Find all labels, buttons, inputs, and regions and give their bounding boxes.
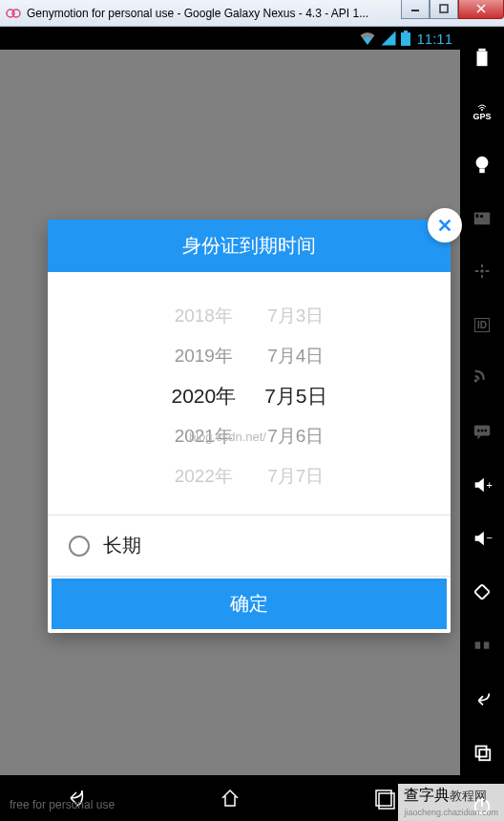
svg-rect-3 xyxy=(440,5,448,12)
close-icon xyxy=(436,217,453,234)
svg-point-15 xyxy=(476,157,489,169)
home-button[interactable] xyxy=(217,785,243,811)
svg-text:−: − xyxy=(487,532,493,543)
gps-sidebar-icon[interactable]: GPS xyxy=(471,99,494,122)
wheel-item: 7月4日 xyxy=(267,344,324,368)
app-content: 身份证到期时间 2018年 2019年 2020年 2021年 2022年 7月… xyxy=(0,50,460,775)
confirm-button[interactable]: 确定 xyxy=(52,579,447,629)
wheel-item: 7月7日 xyxy=(267,464,324,489)
divider xyxy=(48,576,451,577)
svg-point-25 xyxy=(484,430,487,432)
svg-point-24 xyxy=(481,430,484,432)
pixel-sidebar-icon[interactable] xyxy=(471,634,494,657)
wheel-item-selected: 7月5日 xyxy=(264,384,326,409)
window-controls xyxy=(401,0,504,19)
modal-title: 身份证到期时间 xyxy=(48,220,451,272)
svg-point-21 xyxy=(474,379,478,383)
android-status-bar: 11:11 xyxy=(0,27,460,50)
signal-icon xyxy=(380,30,397,47)
wheel-item: 2022年 xyxy=(175,464,233,489)
capture-sidebar-icon[interactable] xyxy=(471,206,494,229)
volume-up-icon[interactable]: + xyxy=(471,474,494,496)
svg-point-1 xyxy=(12,10,20,17)
rotate-sidebar-icon[interactable] xyxy=(471,580,494,603)
sms-sidebar-icon[interactable] xyxy=(471,420,494,443)
close-modal-button[interactable] xyxy=(428,208,462,242)
permanent-label: 长期 xyxy=(103,533,141,558)
wheel-item: 2019年 xyxy=(175,344,233,368)
date-picker-wheels: 2018年 2019年 2020年 2021年 2022年 7月3日 7月4日 … xyxy=(48,301,451,492)
status-time: 11:11 xyxy=(416,31,452,47)
battery-sidebar-icon[interactable] xyxy=(471,46,494,69)
svg-point-14 xyxy=(481,109,483,111)
window-titlebar: Genymotion for personal use - Google Gal… xyxy=(0,0,504,27)
svg-rect-19 xyxy=(480,215,483,218)
recent-apps-button[interactable] xyxy=(370,785,397,811)
svg-rect-13 xyxy=(477,52,488,67)
close-window-button[interactable] xyxy=(458,0,504,19)
svg-rect-7 xyxy=(401,32,410,46)
wheel-item: 2018年 xyxy=(175,304,233,328)
remote-sidebar-icon[interactable] xyxy=(471,260,494,283)
year-wheel[interactable]: 2018年 2019年 2020年 2021年 2022年 xyxy=(171,301,236,492)
permanent-option-row[interactable]: 长期 xyxy=(48,516,451,576)
free-text-watermark: free for personal use xyxy=(10,798,115,811)
battery-icon xyxy=(401,31,410,46)
back-sidebar-icon[interactable] xyxy=(471,687,494,710)
minimize-button[interactable] xyxy=(401,0,430,19)
wifi-icon xyxy=(359,30,376,47)
svg-rect-29 xyxy=(475,642,481,648)
modal-body: 2018年 2019年 2020年 2021年 2022年 7月3日 7月4日 … xyxy=(48,272,451,515)
android-nav-bar: free for personal use xyxy=(0,775,460,821)
svg-rect-6 xyxy=(404,31,408,32)
svg-point-23 xyxy=(477,430,480,432)
window-title: Genymotion for personal use - Google Gal… xyxy=(27,7,401,20)
emulator-sidebar: GPS ID + − xyxy=(460,27,504,821)
svg-text:+: + xyxy=(487,479,493,491)
device-screen: 11:11 身份证到期时间 2018年 2019年 2020年 2021年 xyxy=(0,27,460,821)
app-icon xyxy=(6,6,21,21)
svg-rect-30 xyxy=(484,642,489,648)
wheel-item: 7月3日 xyxy=(267,304,324,328)
recent-sidebar-icon[interactable] xyxy=(471,741,494,764)
image-watermark: blog.csdn.net/ xyxy=(189,430,266,444)
svg-rect-12 xyxy=(478,49,485,52)
network-sidebar-icon[interactable] xyxy=(471,367,494,389)
wheel-item: 7月6日 xyxy=(267,424,324,449)
svg-point-20 xyxy=(480,269,484,273)
date-picker-modal: 身份证到期时间 2018年 2019年 2020年 2021年 2022年 7月… xyxy=(48,220,451,633)
maximize-button[interactable] xyxy=(430,0,458,19)
id-sidebar-icon[interactable]: ID xyxy=(471,313,494,336)
wheel-item-selected: 2020年 xyxy=(171,384,236,409)
svg-rect-32 xyxy=(479,749,490,760)
svg-rect-28 xyxy=(474,584,490,600)
svg-rect-18 xyxy=(476,214,479,218)
date-wheel[interactable]: 7月3日 7月4日 7月5日 7月6日 7月7日 xyxy=(264,301,326,492)
svg-rect-16 xyxy=(479,169,485,174)
radio-unchecked-icon xyxy=(69,536,90,557)
volume-down-icon[interactable]: − xyxy=(471,527,494,550)
emulator-frame: 11:11 身份证到期时间 2018年 2019年 2020年 2021年 xyxy=(0,27,504,821)
site-watermark: 查字典教程网 jiaocheng.chazidian.com xyxy=(398,784,504,821)
camera-sidebar-icon[interactable] xyxy=(471,153,494,176)
svg-rect-31 xyxy=(476,747,487,757)
